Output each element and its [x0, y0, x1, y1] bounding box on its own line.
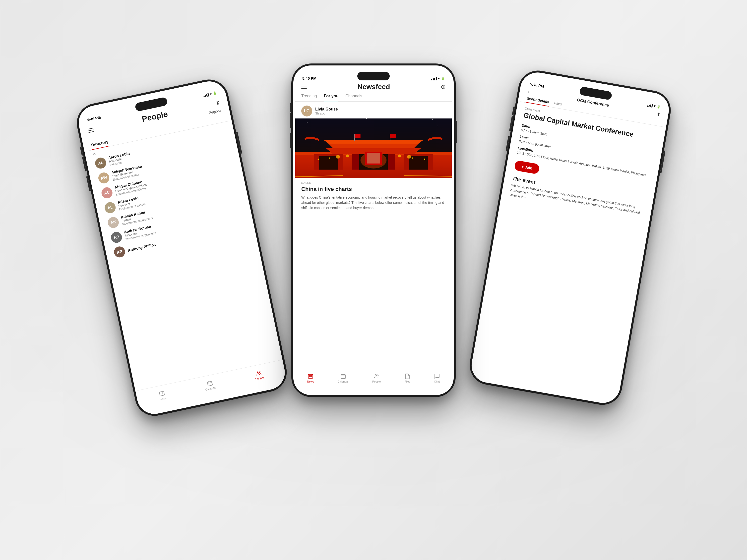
signal-bar-3: [206, 94, 208, 97]
volume-down-right[interactable]: [506, 136, 510, 151]
avatar-anthony: AP: [113, 245, 126, 258]
silent-center[interactable]: [290, 103, 291, 112]
svg-point-17: [319, 127, 319, 127]
nav-people-center[interactable]: People: [372, 373, 381, 383]
signal-bar-4: [207, 93, 209, 97]
event-screen: 5:40 PM ▾ 🔋: [471, 72, 669, 403]
avatar-aaron: AL: [94, 157, 107, 169]
svg-rect-42: [367, 153, 380, 163]
silent-switch[interactable]: [80, 147, 83, 156]
phone-center-inner: 5:40 PM ▾ 🔋: [293, 65, 454, 395]
avatar-initials-adam: AL: [104, 201, 117, 214]
volume-down-center[interactable]: [290, 133, 291, 148]
r-sb3: [650, 104, 651, 107]
dynamic-island-center: [357, 72, 390, 80]
share-button[interactable]: ⬆: [656, 111, 661, 117]
svg-point-18: [437, 126, 438, 126]
phone-left: 5:40 PM ▾ 🔋: [73, 76, 290, 420]
newsfeed-title: Newsfeed: [358, 83, 390, 91]
avatar-initials-andrew: AB: [110, 231, 123, 244]
signal-left: [203, 93, 209, 97]
svg-rect-5: [207, 381, 212, 386]
sb2: [433, 78, 434, 80]
avatar-abigail: AC: [100, 186, 113, 199]
signal-bar-2: [205, 95, 206, 97]
svg-marker-38: [329, 143, 418, 148]
wifi-icon-center: ▾: [438, 77, 440, 80]
volume-up-center[interactable]: [290, 113, 291, 128]
sb3: [434, 78, 435, 80]
calendar-icon-center: [340, 373, 346, 379]
post-title[interactable]: China in five charts: [295, 186, 452, 195]
signal-bar-1: [203, 96, 205, 97]
hamburger-icon-center[interactable]: [301, 85, 307, 89]
phone-center: 5:40 PM ▾ 🔋: [291, 63, 456, 397]
avatar-initials-aaliyah: AW: [97, 171, 110, 184]
nav-calendar-center[interactable]: Calendar: [338, 373, 349, 383]
post-author-info: Livia Gouse 3h ago: [315, 107, 338, 115]
hamburger-icon-left[interactable]: [88, 128, 94, 133]
svg-point-31: [346, 155, 349, 157]
nav-news-left[interactable]: News: [158, 390, 166, 401]
phone-left-inner: 5:40 PM ▾ 🔋: [75, 78, 288, 417]
post-author-avatar: LG: [301, 106, 312, 116]
svg-point-10: [259, 371, 260, 373]
time-left: 5:40 PM: [86, 115, 101, 122]
svg-point-30: [336, 155, 340, 159]
tab-for-you[interactable]: For you: [324, 94, 339, 101]
svg-line-4: [161, 395, 162, 395]
add-post-icon[interactable]: ⊕: [441, 83, 446, 90]
nav-files-center[interactable]: Files: [404, 373, 410, 383]
nav-chat-center[interactable]: Chat: [434, 373, 440, 383]
post-author-name: Livia Gouse: [315, 107, 338, 111]
phone-center-screen: 5:40 PM ▾ 🔋: [295, 68, 452, 393]
svg-rect-1: [159, 391, 164, 396]
phone-right: 5:40 PM ▾ 🔋: [467, 68, 674, 408]
nav-people-left[interactable]: People: [254, 369, 264, 380]
battery-icon-left: 🔋: [213, 91, 217, 95]
signal-right: [647, 103, 653, 108]
hamburger-line-c2: [301, 87, 307, 87]
nav-calendar-left[interactable]: Calendar: [204, 379, 216, 391]
svg-rect-50: [390, 134, 396, 138]
r-sb4: [651, 104, 653, 107]
tab-trending[interactable]: Trending: [301, 94, 317, 101]
people-bottom-nav: News Calendar: [137, 360, 286, 415]
svg-point-32: [398, 155, 401, 157]
news-icon-left: [158, 390, 165, 397]
avatar-initials-anthony: AP: [113, 245, 126, 258]
avatar-initials-amelia: AK: [107, 216, 120, 229]
wifi-icon-right: ▾: [653, 104, 656, 108]
avatar-aaliyah: AW: [97, 171, 110, 184]
silent-right[interactable]: [512, 106, 515, 115]
nav-news-center[interactable]: News: [307, 373, 314, 383]
tab-channels[interactable]: Channels: [345, 94, 362, 101]
power-center[interactable]: [456, 121, 457, 143]
volume-up-right[interactable]: [509, 116, 513, 131]
battery-icon-center: 🔋: [441, 77, 445, 80]
svg-text:★: ★: [317, 157, 320, 161]
svg-rect-55: [308, 374, 313, 378]
svg-point-15: [402, 121, 402, 122]
join-button[interactable]: + Join: [514, 160, 540, 175]
svg-line-6: [207, 382, 212, 383]
hamburger-line-3: [88, 131, 94, 133]
newsfeed-bottom-nav: News Calendar: [295, 368, 452, 393]
hamburger-line-1: [88, 128, 93, 129]
chat-icon-center: [434, 373, 440, 379]
filter-icon[interactable]: ⊼: [215, 100, 221, 107]
sb4: [436, 77, 437, 80]
tab-files[interactable]: Files: [553, 101, 562, 109]
svg-point-16: [432, 119, 433, 120]
svg-text:★: ★: [411, 157, 414, 160]
nav-label-news-left: News: [159, 397, 166, 401]
svg-line-7: [208, 381, 209, 382]
newsfeed-screen: 5:40 PM ▾ 🔋: [295, 68, 452, 393]
phones-container: 5:40 PM ▾ 🔋: [75, 44, 672, 516]
r-sb2: [648, 105, 650, 107]
nav-label-people-center: People: [372, 380, 381, 383]
phone-left-screen: 5:40 PM ▾ 🔋: [78, 81, 286, 415]
wifi-icon-left: ▾: [210, 92, 212, 96]
people-icon-center: [374, 373, 380, 379]
newsfeed-tabs: Trending For you Channels: [295, 94, 452, 102]
